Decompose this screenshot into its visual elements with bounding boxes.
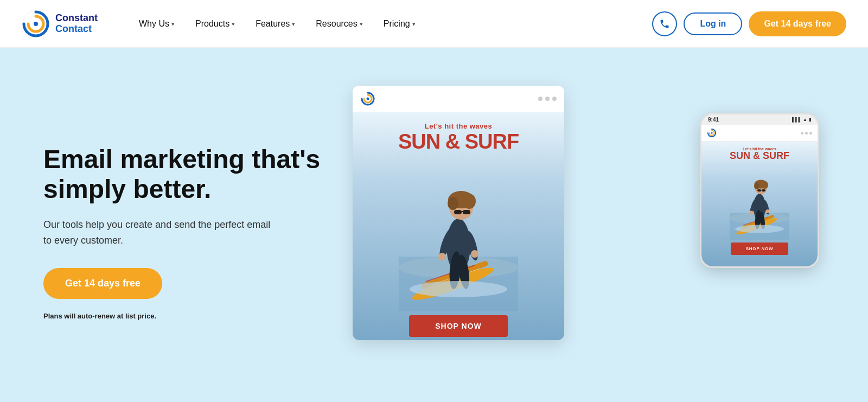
mobile-surfer-illustration [701, 164, 818, 240]
free-trial-button[interactable]: Get 14 days free [749, 11, 846, 36]
logo-text: Constant Contact [55, 13, 98, 35]
svg-point-13 [448, 197, 458, 210]
nav-links: Why Us ▾ Products ▾ Features ▾ Resources… [130, 15, 652, 33]
email-desktop-mockup: Let's hit the waves SUN & SURF [353, 86, 564, 340]
svg-point-43 [766, 209, 770, 213]
email-mobile-mockup: 9:41 ▌▌▌ ▲ ▮ [700, 113, 819, 268]
hero-section: Email marketing that's simply better. Ou… [0, 48, 868, 402]
desktop-email-headline: SUN & SURF [398, 130, 519, 154]
hero-subtitle: Our tools help you create and send the p… [43, 217, 271, 248]
window-dot-2 [545, 97, 550, 101]
hero-content: Email marketing that's simply better. Ou… [43, 133, 326, 320]
navbar: Constant Contact Why Us ▾ Products ▾ Fea… [0, 0, 868, 48]
surfer-svg [399, 159, 518, 311]
mobile-time: 9:41 [708, 117, 719, 123]
mobile-email-headline: SUN & SURF [730, 151, 789, 162]
nav-actions: Log in Get 14 days free [652, 11, 846, 36]
chevron-down-icon: ▾ [360, 21, 363, 28]
mobile-dot-2 [805, 132, 808, 135]
wifi-icon: ▲ [803, 117, 807, 122]
svg-rect-15 [454, 210, 462, 214]
svg-point-14 [463, 194, 476, 209]
desktop-logo-icon [360, 91, 375, 106]
mobile-email-body: Let's hit the waves SUN & SURF [701, 142, 818, 266]
svg-point-24 [410, 281, 507, 297]
hero-cta-button[interactable]: Get 14 days free [43, 268, 162, 299]
desktop-shop-now-button[interactable]: SHOP NOW [409, 315, 508, 337]
chevron-down-icon: ▾ [171, 21, 175, 28]
mobile-topbar [701, 125, 818, 142]
nav-item-why-us[interactable]: Why Us ▾ [130, 15, 183, 33]
window-dot-3 [552, 97, 557, 101]
signal-icon: ▌▌▌ [792, 117, 801, 122]
svg-point-35 [754, 183, 760, 189]
nav-item-products[interactable]: Products ▾ [187, 15, 244, 33]
desktop-email-tagline: Let's hit the waves [425, 122, 493, 130]
nav-item-features[interactable]: Features ▾ [247, 15, 304, 33]
hero-note: Plans will auto-renew at list price. [43, 312, 326, 320]
nav-item-pricing[interactable]: Pricing ▾ [375, 15, 424, 33]
chevron-down-icon: ▾ [412, 21, 416, 28]
phone-button[interactable] [652, 11, 677, 36]
svg-rect-16 [463, 210, 470, 214]
logo-icon [22, 10, 50, 38]
hero-title: Email marketing that's simply better. [43, 144, 326, 204]
mobile-surfer-svg [724, 164, 795, 240]
hero-visuals: Let's hit the waves SUN & SURF [326, 69, 825, 384]
login-button[interactable]: Log in [684, 12, 742, 35]
desktop-topbar [353, 86, 564, 112]
mobile-status-bar: 9:41 ▌▌▌ ▲ ▮ [701, 114, 818, 125]
mobile-inner: Let's hit the waves SUN & SURF [701, 125, 818, 266]
battery-icon: ▮ [809, 117, 811, 122]
nav-item-resources[interactable]: Resources ▾ [307, 15, 371, 33]
mobile-dot-3 [809, 132, 812, 135]
svg-point-46 [735, 225, 784, 233]
svg-point-1 [34, 22, 38, 26]
svg-point-21 [471, 250, 478, 258]
mobile-window-dots [801, 132, 812, 135]
svg-rect-37 [757, 189, 761, 192]
logo[interactable]: Constant Contact [22, 10, 98, 38]
svg-point-20 [438, 253, 446, 260]
svg-point-36 [762, 181, 768, 189]
mobile-dot-1 [801, 132, 803, 135]
svg-point-3 [367, 98, 369, 100]
surfer-illustration [353, 159, 564, 311]
mobile-shop-now-button[interactable]: SHOP NOW [731, 243, 789, 255]
chevron-down-icon: ▾ [232, 21, 235, 28]
mobile-logo-icon [707, 128, 717, 138]
desktop-window-dots [538, 97, 557, 101]
svg-point-26 [711, 132, 712, 133]
window-dot-1 [538, 97, 542, 101]
svg-rect-38 [762, 189, 765, 192]
desktop-email-body: Let's hit the waves SUN & SURF [353, 112, 564, 340]
logo-line2: Contact [55, 24, 98, 35]
chevron-down-icon: ▾ [292, 21, 295, 28]
svg-point-42 [750, 210, 754, 214]
logo-line1: Constant [55, 13, 98, 24]
mobile-status-icons: ▌▌▌ ▲ ▮ [792, 117, 811, 122]
phone-icon [659, 18, 670, 29]
